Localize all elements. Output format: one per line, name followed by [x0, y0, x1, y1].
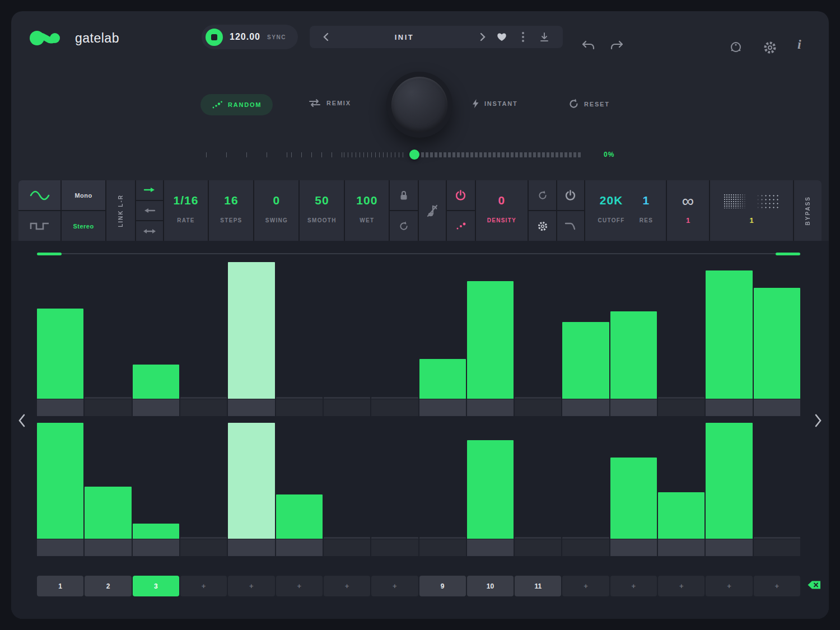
left-step-bar-4[interactable]: [180, 397, 227, 399]
variation-slider[interactable]: [206, 150, 598, 160]
left-step-bar-7[interactable]: [324, 397, 370, 399]
right-step-cell-6[interactable]: [276, 539, 323, 556]
left-step-bar-11[interactable]: [515, 397, 561, 399]
left-step-bar-15[interactable]: [706, 270, 752, 399]
left-step-cell-3[interactable]: [133, 399, 179, 416]
left-step-bar-13[interactable]: [610, 311, 657, 399]
right-step-bar-5[interactable]: [228, 423, 274, 539]
loop-range-end-handle[interactable]: [776, 253, 800, 255]
pattern-slot-empty-5[interactable]: +: [228, 576, 274, 596]
left-step-cell-5[interactable]: [228, 399, 274, 416]
right-step-cell-14[interactable]: [658, 539, 704, 556]
stereo-button[interactable]: Stereo: [62, 211, 105, 241]
loop-range-start-handle[interactable]: [37, 253, 62, 255]
left-step-bar-5[interactable]: [228, 262, 274, 399]
right-step-cell-8[interactable]: [371, 539, 418, 556]
right-step-cell-13[interactable]: [610, 539, 657, 556]
right-step-cell-4[interactable]: [180, 539, 227, 556]
loop-capture-button[interactable]: [390, 211, 418, 241]
direction-backward-button[interactable]: [136, 201, 163, 221]
favorite-button[interactable]: [491, 32, 512, 41]
pattern-slot-empty-15[interactable]: +: [706, 576, 752, 596]
mute-note-button[interactable]: [419, 180, 446, 241]
right-step-cell-15[interactable]: [706, 539, 752, 556]
repeat-control[interactable]: ∞ 1: [667, 180, 709, 241]
next-page-button[interactable]: [814, 413, 822, 430]
left-step-bar-3[interactable]: [133, 365, 179, 399]
right-step-bar-6[interactable]: [276, 494, 323, 539]
pattern-slot-empty-13[interactable]: +: [610, 576, 657, 596]
pattern-slot-10[interactable]: 10: [467, 576, 514, 596]
regen-cycle-button[interactable]: [529, 180, 556, 210]
loop-range-bar[interactable]: [37, 253, 800, 255]
right-step-cell-10[interactable]: [467, 539, 514, 556]
left-step-cell-12[interactable]: [562, 399, 609, 416]
res-control[interactable]: 1 RES: [640, 180, 653, 241]
pattern-slot-11[interactable]: 11: [515, 576, 561, 596]
right-step-bar-3[interactable]: [133, 524, 179, 539]
filter-slope-button[interactable]: [557, 211, 584, 241]
pattern-slot-empty-16[interactable]: +: [754, 576, 800, 596]
left-step-cell-10[interactable]: [467, 399, 514, 416]
remix-button[interactable]: REMIX: [308, 99, 351, 108]
prev-page-button[interactable]: [18, 413, 26, 430]
right-step-bar-8[interactable]: [371, 537, 418, 539]
link-lr-button[interactable]: LINK L-R: [106, 180, 135, 241]
left-step-cell-16[interactable]: [754, 399, 800, 416]
preset-prev-button[interactable]: [318, 32, 334, 41]
right-step-cell-7[interactable]: [324, 539, 370, 556]
right-step-bar-2[interactable]: [85, 487, 131, 539]
left-step-cell-11[interactable]: [515, 399, 561, 416]
right-step-cell-3[interactable]: [133, 539, 179, 556]
right-step-bar-11[interactable]: [515, 537, 561, 539]
delete-pattern-button[interactable]: [807, 580, 822, 592]
left-step-bar-14[interactable]: [658, 397, 704, 399]
direction-forward-button[interactable]: [136, 180, 163, 200]
left-step-cell-14[interactable]: [658, 399, 704, 416]
pattern-slot-empty-7[interactable]: +: [324, 576, 370, 596]
mono-button[interactable]: Mono: [62, 180, 105, 210]
variation-knob[interactable]: [386, 72, 452, 138]
left-step-cell-7[interactable]: [324, 399, 370, 416]
density-control[interactable]: 0 DENSITY: [476, 180, 528, 241]
regen-settings-button[interactable]: [529, 211, 556, 241]
pattern-slot-empty-8[interactable]: +: [371, 576, 418, 596]
right-step-cell-2[interactable]: [85, 539, 131, 556]
cutoff-control[interactable]: 20K CUTOFF: [598, 180, 625, 241]
slider-handle[interactable]: [409, 150, 419, 160]
pattern-slot-empty-14[interactable]: +: [658, 576, 704, 596]
texture-control[interactable]: 1: [710, 180, 793, 241]
left-step-bar-12[interactable]: [562, 322, 609, 399]
shape-square-button[interactable]: [18, 211, 60, 241]
sync-toggle[interactable]: SYNC: [267, 34, 286, 40]
lock-button[interactable]: [390, 180, 418, 210]
pattern-slot-empty-4[interactable]: +: [180, 576, 227, 596]
left-step-bar-2[interactable]: [85, 397, 131, 399]
undo-button[interactable]: [581, 40, 596, 53]
left-step-bar-8[interactable]: [371, 397, 418, 399]
left-step-bar-10[interactable]: [467, 281, 514, 399]
right-step-cell-11[interactable]: [515, 539, 561, 556]
random-button[interactable]: RANDOM: [200, 94, 273, 115]
pattern-slot-9[interactable]: 9: [419, 576, 466, 596]
right-step-bar-9[interactable]: [419, 537, 466, 539]
left-step-bar-9[interactable]: [419, 359, 466, 399]
right-step-bar-10[interactable]: [467, 440, 514, 539]
preset-next-button[interactable]: [474, 32, 491, 41]
rate-control[interactable]: 1/16 RATE: [164, 180, 208, 241]
preset-name[interactable]: INIT: [334, 33, 474, 41]
left-step-cell-9[interactable]: [419, 399, 466, 416]
left-step-cell-2[interactable]: [85, 399, 131, 416]
pattern-slot-1[interactable]: 1: [37, 576, 83, 596]
density-power-button[interactable]: [447, 180, 475, 210]
steps-control[interactable]: 16 STEPS: [209, 180, 253, 241]
right-step-cell-9[interactable]: [419, 539, 466, 556]
direction-pingpong-button[interactable]: [136, 221, 163, 241]
wet-control[interactable]: 100 WET: [345, 180, 389, 241]
right-step-cell-1[interactable]: [37, 539, 83, 556]
left-step-bar-16[interactable]: [754, 288, 800, 399]
left-step-cell-6[interactable]: [276, 399, 323, 416]
left-step-cell-15[interactable]: [706, 399, 752, 416]
pattern-slot-3[interactable]: 3: [133, 576, 179, 596]
bypass-button[interactable]: BYPASS: [794, 180, 822, 241]
